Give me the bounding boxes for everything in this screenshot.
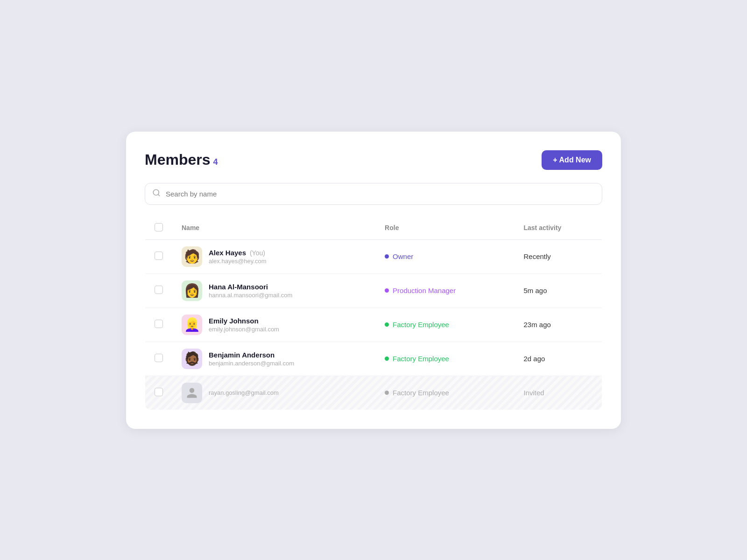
member-cell: rayan.gosling@gmail.com [172, 376, 375, 410]
avatar: 🧑 [182, 246, 202, 267]
avatar: 👩 [182, 280, 202, 301]
table-header: Name Role Last activity [145, 216, 602, 239]
avatar: 👱‍♀️ [182, 315, 202, 335]
role-label: Factory Employee [393, 389, 449, 397]
avatar: 🧔🏾 [182, 349, 202, 369]
member-email: benjamin.anderson@gmail.com [209, 360, 294, 367]
member-email: hanna.al.mansoori@gmail.com [209, 292, 292, 299]
last-activity-value: 2d ago [523, 355, 545, 363]
role-dot [385, 357, 389, 361]
member-cell: 👱‍♀️Emily Johnsonemily.johnson@gmail.com [172, 308, 375, 342]
table-row: 🧑Alex Hayes (You)alex.hayes@hey.comOwner… [145, 239, 602, 273]
role-content: Factory Employee [385, 355, 505, 363]
member-info: Alex Hayes (You)alex.hayes@hey.com [209, 249, 267, 265]
member-email: alex.hayes@hey.com [209, 258, 267, 265]
role-label: Factory Employee [393, 321, 449, 329]
role-dot [385, 288, 389, 293]
table-row: 🧔🏾Benjamin Andersonbenjamin.anderson@gma… [145, 342, 602, 376]
role-dot [385, 254, 389, 259]
svg-line-1 [158, 194, 159, 196]
table-row: 👩Hana Al-Mansoorihanna.al.mansoori@gmail… [145, 273, 602, 308]
row-checkbox-cell [145, 239, 173, 273]
row-checkbox-cell [145, 376, 173, 410]
row-checkbox-cell [145, 308, 173, 342]
last-activity-value: 23m ago [523, 321, 550, 329]
member-cell: 👩Hana Al-Mansoorihanna.al.mansoori@gmail… [172, 273, 375, 308]
member-info: Emily Johnsonemily.johnson@gmail.com [209, 317, 279, 333]
member-count: 4 [213, 157, 218, 167]
role-dot [385, 322, 389, 327]
search-input[interactable] [145, 183, 602, 205]
last-activity-value: Recently [523, 252, 550, 260]
last-activity-value: Invited [523, 389, 544, 397]
table-row: rayan.gosling@gmail.comFactory EmployeeI… [145, 376, 602, 410]
card-header: Members 4 + Add New [145, 150, 602, 170]
title-text: Members [145, 151, 211, 168]
member-name: Benjamin Anderson [209, 351, 294, 359]
member-info: rayan.gosling@gmail.com [209, 389, 279, 396]
row-checkbox[interactable] [155, 388, 163, 396]
role-cell: Factory Employee [375, 342, 514, 376]
role-cell: Owner [375, 239, 514, 273]
members-card: Members 4 + Add New Name Role Last activ… [126, 132, 621, 429]
add-new-button[interactable]: + Add New [542, 150, 602, 170]
role-label: Factory Employee [393, 355, 449, 363]
table-row: 👱‍♀️Emily Johnsonemily.johnson@gmail.com… [145, 308, 602, 342]
role-column-header: Role [375, 216, 514, 239]
row-checkbox[interactable] [155, 252, 163, 260]
member-email: emily.johnson@gmail.com [209, 326, 279, 333]
search-icon [152, 189, 161, 199]
page-title: Members 4 [145, 151, 218, 168]
row-checkbox[interactable] [155, 286, 163, 294]
name-column-header: Name [172, 216, 375, 239]
members-table: Name Role Last activity 🧑Alex Hayes (You… [145, 216, 602, 410]
member-name: Alex Hayes (You) [209, 249, 267, 257]
row-checkbox-cell [145, 342, 173, 376]
last-activity-cell: 2d ago [514, 342, 602, 376]
role-content: Factory Employee [385, 389, 505, 397]
search-container [145, 183, 602, 205]
member-name: Emily Johnson [209, 317, 279, 325]
role-cell: Production Manager [375, 273, 514, 308]
last-activity-value: 5m ago [523, 287, 547, 294]
role-content: Production Manager [385, 287, 505, 294]
role-content: Factory Employee [385, 321, 505, 329]
member-name: Hana Al-Mansoori [209, 283, 292, 291]
select-all-header [145, 216, 173, 239]
member-cell: 🧑Alex Hayes (You)alex.hayes@hey.com [172, 239, 375, 273]
member-email: rayan.gosling@gmail.com [209, 389, 279, 396]
avatar [182, 383, 202, 403]
you-badge: (You) [248, 249, 265, 257]
role-cell: Factory Employee [375, 376, 514, 410]
row-checkbox-cell [145, 273, 173, 308]
member-info: Hana Al-Mansoorihanna.al.mansoori@gmail.… [209, 283, 292, 299]
row-checkbox[interactable] [155, 320, 163, 328]
select-all-checkbox[interactable] [155, 223, 163, 231]
last-activity-cell: Recently [514, 239, 602, 273]
role-label: Owner [393, 252, 413, 260]
role-dot [385, 391, 389, 395]
member-cell: 🧔🏾Benjamin Andersonbenjamin.anderson@gma… [172, 342, 375, 376]
role-cell: Factory Employee [375, 308, 514, 342]
member-info: Benjamin Andersonbenjamin.anderson@gmail… [209, 351, 294, 367]
activity-column-header: Last activity [514, 216, 602, 239]
role-label: Production Manager [393, 287, 456, 294]
last-activity-cell: 5m ago [514, 273, 602, 308]
table-body: 🧑Alex Hayes (You)alex.hayes@hey.comOwner… [145, 239, 602, 410]
last-activity-cell: 23m ago [514, 308, 602, 342]
last-activity-cell: Invited [514, 376, 602, 410]
row-checkbox[interactable] [155, 354, 163, 362]
role-content: Owner [385, 252, 505, 260]
